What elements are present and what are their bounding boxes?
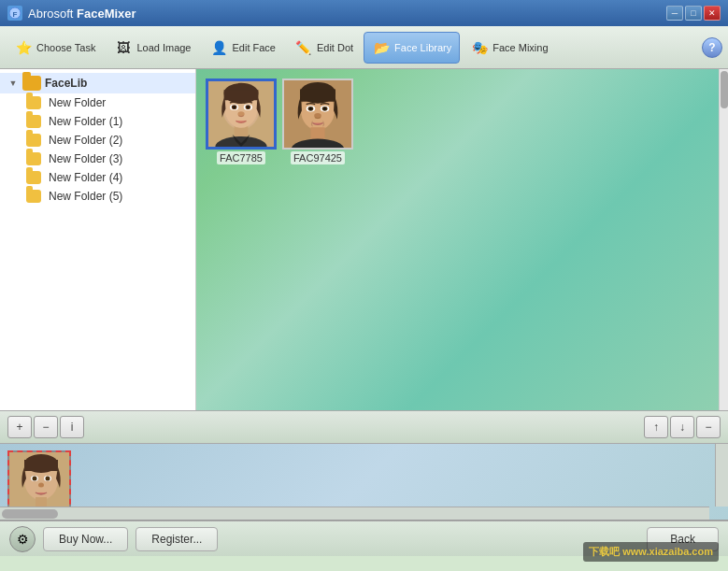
sidebar-item-1[interactable]: New Folder (1) bbox=[0, 112, 195, 131]
svg-rect-32 bbox=[24, 460, 58, 471]
face-mixing-icon: 🎭 bbox=[470, 38, 489, 57]
svg-point-38 bbox=[46, 476, 50, 480]
edit-dot-icon: ✏️ bbox=[294, 38, 313, 57]
info-button[interactable]: i bbox=[60, 416, 84, 438]
watermark: 下载吧 www.xiazaiba.com bbox=[583, 542, 719, 562]
preview-vertical-scrollbar[interactable] bbox=[715, 444, 728, 507]
left-btn-group: + − i bbox=[7, 416, 84, 438]
register-button[interactable]: Register... bbox=[136, 527, 218, 551]
add-folder-button[interactable]: + bbox=[7, 416, 32, 438]
title-bar: F Abrosoft FaceMixer ─ □ ✕ bbox=[0, 0, 728, 26]
settings-button[interactable]: ⚙ bbox=[9, 526, 36, 552]
minimize-button[interactable]: ─ bbox=[666, 6, 683, 21]
sidebar-scroll[interactable]: ▼ FaceLib New Folder New Folder (1) New … bbox=[0, 69, 195, 410]
maximize-button[interactable]: □ bbox=[685, 6, 702, 21]
svg-rect-20 bbox=[310, 127, 324, 139]
svg-point-27 bbox=[323, 107, 326, 110]
sidebar: ▼ FaceLib New Folder New Folder (1) New … bbox=[0, 69, 196, 410]
face-mixing-button[interactable]: 🎭 Face Mixing bbox=[462, 32, 556, 64]
move-down-button[interactable]: ↓ bbox=[670, 416, 694, 438]
buy-now-button[interactable]: Buy Now... bbox=[43, 527, 128, 551]
load-image-button[interactable]: 🖼 Load Image bbox=[106, 32, 199, 64]
sidebar-root-label: FaceLib bbox=[45, 77, 87, 90]
folder-icon-2 bbox=[26, 134, 41, 147]
tree-expand-arrow: ▼ bbox=[7, 78, 19, 89]
title-bar-left: F Abrosoft FaceMixer bbox=[7, 6, 136, 21]
preview-thumbnail bbox=[7, 450, 71, 514]
svg-point-11 bbox=[233, 106, 236, 108]
sidebar-item-3[interactable]: New Folder (3) bbox=[0, 150, 195, 168]
folder-icon-1 bbox=[26, 115, 41, 128]
edit-face-icon: 👤 bbox=[210, 38, 229, 57]
face-grid: FAC7785 bbox=[196, 69, 728, 174]
remove-face-button[interactable]: − bbox=[696, 416, 721, 438]
app-title: Abrosoft FaceMixer bbox=[28, 7, 136, 21]
face-library-icon: 📂 bbox=[372, 38, 391, 57]
right-btn-group: ↑ ↓ − bbox=[644, 416, 721, 438]
face-library-button[interactable]: 📂 Face Library bbox=[364, 32, 460, 64]
face-grid-scrollbar[interactable] bbox=[719, 69, 728, 410]
move-up-button[interactable]: ↑ bbox=[644, 416, 668, 438]
choose-task-icon: ⭐ bbox=[14, 38, 33, 57]
sidebar-item-label-0: New Folder bbox=[49, 96, 106, 109]
folder-icon-0 bbox=[26, 96, 41, 109]
edit-dot-button[interactable]: ✏️ Edit Dot bbox=[286, 32, 362, 64]
sidebar-item-label-2: New Folder (2) bbox=[49, 134, 122, 147]
face-item-0[interactable]: FAC7785 bbox=[206, 79, 277, 164]
svg-rect-19 bbox=[300, 89, 335, 101]
face-label-0: FAC7785 bbox=[217, 151, 265, 164]
sidebar-item-label-5: New Folder (5) bbox=[49, 190, 122, 203]
help-button[interactable]: ? bbox=[702, 37, 722, 58]
svg-point-39 bbox=[38, 482, 44, 487]
scrollbar-thumb bbox=[721, 71, 728, 108]
svg-point-36 bbox=[33, 476, 37, 480]
load-image-icon: 🖼 bbox=[114, 38, 133, 57]
choose-task-button[interactable]: ⭐ Choose Task bbox=[6, 32, 104, 64]
sidebar-item-label-1: New Folder (1) bbox=[49, 115, 122, 128]
sidebar-item-4[interactable]: New Folder (4) bbox=[0, 168, 195, 187]
preview-horizontal-scrollbar[interactable] bbox=[0, 507, 709, 520]
svg-point-14 bbox=[247, 106, 250, 108]
edit-face-button[interactable]: 👤 Edit Face bbox=[202, 32, 284, 64]
window-controls: ─ □ ✕ bbox=[666, 6, 721, 21]
face-item-1[interactable]: FAC97425 bbox=[282, 79, 353, 164]
root-folder-icon bbox=[22, 76, 41, 91]
sidebar-item-0[interactable]: New Folder bbox=[0, 93, 195, 112]
sidebar-item-2[interactable]: New Folder (2) bbox=[0, 131, 195, 150]
face-thumb-0[interactable] bbox=[206, 79, 277, 150]
sidebar-item-label-3: New Folder (3) bbox=[49, 152, 122, 165]
face-thumb-1[interactable] bbox=[282, 79, 353, 150]
svg-rect-8 bbox=[224, 90, 259, 100]
preview-area bbox=[0, 444, 728, 521]
app-icon: F bbox=[7, 6, 22, 21]
h-scrollbar-thumb bbox=[2, 509, 58, 519]
toolbar: ⭐ Choose Task 🖼 Load Image 👤 Edit Face ✏… bbox=[0, 26, 728, 69]
svg-point-24 bbox=[309, 107, 312, 110]
remove-folder-button[interactable]: − bbox=[34, 416, 58, 438]
close-button[interactable]: ✕ bbox=[704, 6, 721, 21]
main-content: ▼ FaceLib New Folder New Folder (1) New … bbox=[0, 69, 728, 410]
bottom-toolbar: + − i ↑ ↓ − bbox=[0, 410, 728, 444]
sidebar-item-5[interactable]: New Folder (5) bbox=[0, 187, 195, 206]
face-grid-area: FAC7785 bbox=[196, 69, 728, 410]
sidebar-item-label-4: New Folder (4) bbox=[49, 171, 122, 184]
folder-icon-5 bbox=[26, 190, 41, 203]
face-label-1: FAC97425 bbox=[291, 151, 345, 164]
svg-text:F: F bbox=[13, 10, 18, 19]
folder-icon-4 bbox=[26, 171, 41, 184]
sidebar-root-item[interactable]: ▼ FaceLib bbox=[0, 73, 195, 93]
folder-icon-3 bbox=[26, 152, 41, 165]
